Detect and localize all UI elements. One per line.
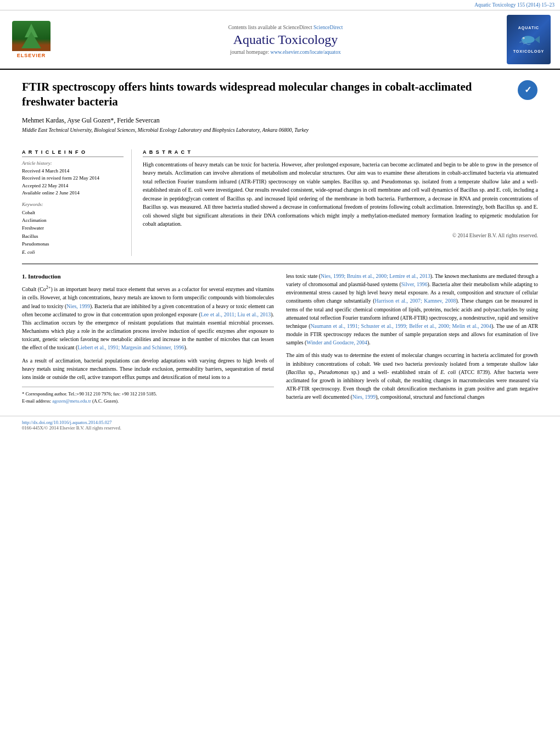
doi-link[interactable]: http://dx.doi.org/10.1016/j.aquatox.2014… [22,420,111,425]
keyword-ecoli: E. coli [22,248,124,256]
revised-date: Received in revised form 22 May 2014 [22,175,124,182]
ref-winder2004[interactable]: Winder and Goodacre, 2004 [306,339,367,345]
article-affiliation: Middle East Technical University, Biolog… [22,127,509,133]
journal-header: ELSEVIER Contents lists available at Sci… [0,10,560,70]
ref-liebert1991[interactable]: Liebert et al., 1991; Margesin and Schin… [77,344,184,350]
ref-nies1999[interactable]: Nies, 1999 [66,303,90,309]
introduction-section: 1. Introduction Cobalt (Co2+) is an impo… [22,272,538,406]
svg-point-0 [522,36,535,43]
section-divider [22,264,538,264]
homepage-line: journal homepage: www.elsevier.com/locat… [67,49,504,55]
intro-para-1: Cobalt (Co2+) is an important heavy meta… [22,284,274,352]
keyword-acclimation: Acclimation [22,216,124,224]
keyword-cobalt: Cobalt [22,209,124,216]
elsevier-logo: ELSEVIER [7,21,56,58]
keywords-label: Keywords: [22,202,124,207]
ref-naumann1991[interactable]: Naumann et al., 1991; Schuster et al., 1… [311,323,492,329]
abstract-label: A B S T R A C T [143,149,538,157]
footnote-email: E-mail address: agozen@metu.edu.tr (A.C.… [22,398,274,405]
journal-center-info: Contents lists available at ScienceDirec… [67,25,504,55]
aquatic-badge: AQUATIC TOXICOLOGY [507,15,551,64]
top-bar: Aquatic Toxicology 155 (2014) 15–23 [0,0,560,10]
copyright-line: © 2014 Elsevier B.V. All rights reserved… [143,233,538,238]
footnote-email-link[interactable]: agozen@metu.edu.tr [52,398,91,404]
intro-left-column: 1. Introduction Cobalt (Co2+) is an impo… [22,272,274,406]
article-title: FTIR spectroscopy offers hints towards w… [22,80,509,110]
footer-bar: http://dx.doi.org/10.1016/j.aquatox.2014… [0,416,560,434]
aquatic-toxicology-logo: AQUATIC TOXICOLOGY [504,15,553,64]
history-label: Article history: [22,160,124,166]
article-info-abstract: A R T I C L E I N F O Article history: R… [22,149,538,256]
ref-lee2011[interactable]: Lee et al., 2011; Liu et al., 2013 [201,311,271,317]
ref-silver1996[interactable]: Silver, 1996 [401,281,428,287]
sciencedirect-link[interactable]: ScienceDirect [313,25,343,30]
crossmark-icon[interactable]: ✓ [517,80,538,102]
homepage-link[interactable]: www.elsevier.com/locate/aquatox [271,49,341,55]
article-info-column: A R T I C L E I N F O Article history: R… [22,149,132,256]
abstract-column: A B S T R A C T High concentrations of h… [143,149,538,256]
article-authors: Mehmet Kardas, Ayse Gul Gozen*, Feride S… [22,116,509,125]
svg-marker-1 [535,36,540,43]
fish-icon [518,32,540,47]
intro-para-2: As a result of acclimation, bacterial po… [22,356,274,382]
elsevier-tree-image [12,21,51,51]
sciencedirect-line: Contents lists available at ScienceDirec… [67,25,504,30]
accepted-date: Accepted 22 May 2014 [22,182,124,190]
intro-right-para-1: less toxic state (Nies, 1999; Bruins et … [286,272,538,347]
ref-harrison2007[interactable]: Harrison et al., 2007; Kamnev, 2008 [375,298,456,304]
keyword-pseudomonas: Pseudomonas [22,240,124,248]
received-date: Received 4 March 2014 [22,168,124,175]
intro-heading: 1. Introduction [22,272,274,281]
journal-title: Aquatic Toxicology [67,32,504,47]
footnote-corresponding: * Corresponding author. Tel.:+90 312 210… [22,390,274,398]
intro-right-para-2: The aim of this study was to determine t… [286,351,538,401]
article-info-label: A R T I C L E I N F O [22,149,124,157]
article-title-section: FTIR spectroscopy offers hints towards w… [22,80,538,144]
elsevier-label: ELSEVIER [17,53,46,58]
footnote-section: * Corresponding author. Tel.:+90 312 210… [22,387,274,405]
ref-nies1999-r[interactable]: Nies, 1999; Bruins et al., 2000; Lemire … [321,273,430,279]
badge-line2: TOXICOLOGY [513,49,545,54]
available-date: Available online 2 June 2014 [22,189,124,197]
svg-point-3 [523,38,524,38]
footer-issn: 0166-445X/© 2014 Elsevier B.V. All right… [22,425,538,431]
svg-text:✓: ✓ [524,85,531,94]
badge-line1: AQUATIC [518,25,539,30]
journal-ref-label: Aquatic Toxicology 155 (2014) 15–23 [474,2,555,8]
keyword-freshwater: Freshwater [22,224,124,232]
main-content: FTIR spectroscopy offers hints towards w… [0,70,560,416]
article-title-text: FTIR spectroscopy offers hints towards w… [22,80,509,140]
abstract-text: High concentrations of heavy metals can … [143,160,538,228]
intro-right-column: less toxic state (Nies, 1999; Bruins et … [286,272,538,406]
keyword-bacillus: Bacillus [22,232,124,240]
ref-nies1999-r2[interactable]: Nies, 1999 [352,394,376,400]
